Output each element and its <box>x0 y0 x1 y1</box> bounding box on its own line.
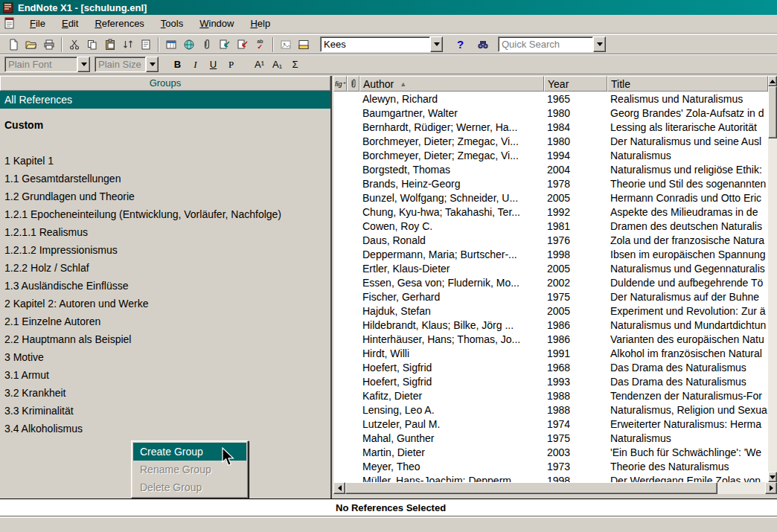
reference-row[interactable]: Fischer, Gerhard1975Der Naturalismus auf… <box>333 289 768 304</box>
down-arrow-icon <box>770 475 776 479</box>
open-library-button[interactable] <box>22 36 39 53</box>
column-header-year[interactable]: Year <box>544 76 607 92</box>
scroll-up-button[interactable] <box>768 76 777 86</box>
menu-edit[interactable]: Edit <box>54 15 86 33</box>
reference-row[interactable]: Daus, Ronald1976Zola und der franzosisch… <box>333 233 768 247</box>
symbol-button[interactable]: Σ <box>287 57 304 73</box>
scroll-right-button[interactable] <box>765 482 777 494</box>
column-header-attachment[interactable] <box>347 76 359 92</box>
reference-row[interactable]: Lutzeler, Paul M.1974Erweiterter Natural… <box>333 417 768 431</box>
reference-row[interactable]: Baumgartner, Walter1980Georg Brandes' Zo… <box>333 106 768 120</box>
reference-row[interactable]: Hirdt, Willi1991Alkohol im französischen… <box>333 346 768 360</box>
show-all-fields-button[interactable] <box>162 36 179 53</box>
reference-row[interactable]: Meyer, Theo1973Theorie des Naturalismus <box>333 459 768 473</box>
group-item[interactable]: 1.1 Gesamtdarstellungen <box>0 170 330 188</box>
cut-button[interactable] <box>65 36 83 53</box>
menu-references[interactable]: References <box>86 15 152 33</box>
reference-row[interactable]: Müller, Hans-Joachim; Depperm...1998Der … <box>333 473 768 482</box>
group-item[interactable]: 3.3 Kriminalität <box>0 402 330 420</box>
groups-panel-header: Groups <box>0 76 330 91</box>
menu-window[interactable]: Window <box>191 15 242 33</box>
reference-row[interactable]: Hajduk, Stefan2005Experiment und Revolut… <box>333 304 768 318</box>
group-all-references[interactable]: All References <box>0 91 330 109</box>
group-item[interactable]: 1.2 Grundlagen und Theorie <box>0 188 330 205</box>
online-search-button[interactable] <box>180 36 197 53</box>
show-preview-button[interactable] <box>295 36 312 53</box>
group-item[interactable]: 1.2.1 Epocheneinteilung (Entwicklung, Vo… <box>0 205 330 223</box>
group-item[interactable]: 1 Kapitel 1 <box>0 152 330 170</box>
reference-row[interactable]: Bunzel, Wolfgang; Schneider, U...2005Her… <box>333 190 768 205</box>
quick-search-combo[interactable]: Quick Search <box>498 36 606 52</box>
reference-row[interactable]: Borchmeyer, Dieter; Zmegac, Vi...1994Nat… <box>333 148 768 162</box>
menu-file[interactable]: File <box>22 15 54 33</box>
copy-formatted-button[interactable] <box>137 36 154 53</box>
group-item[interactable]: 2.2 Hauptmann als Beispiel <box>0 330 330 348</box>
group-item[interactable]: 2 Kapitel 2: Autoren und Werke <box>0 295 330 313</box>
group-item[interactable]: 1.2.2 Holz / Schlaf <box>0 259 330 277</box>
title-bar[interactable]: EndNote X1 - [schulung.enl] <box>0 0 777 15</box>
plain-text-button[interactable]: P <box>223 57 240 73</box>
reference-row[interactable]: Lensing, Leo A.1988Naturalismus, Religio… <box>333 403 768 417</box>
reference-row[interactable]: Deppermann, Maria; Burtscher-...1998Ibse… <box>333 247 768 261</box>
paste-button[interactable] <box>101 36 118 53</box>
italic-button[interactable]: I <box>187 57 204 73</box>
copy-button[interactable] <box>83 36 100 53</box>
format-bibliography-button[interactable] <box>234 36 251 53</box>
vertical-scrollbar[interactable] <box>768 76 777 482</box>
reference-row[interactable]: Hoefert, Sigfrid1993Das Drama des Natura… <box>333 374 768 388</box>
reference-row[interactable]: Bernhardt, Rüdiger; Werner, Ha...1984Les… <box>333 120 768 134</box>
context-menu-item-create-group[interactable]: Create Group <box>133 443 246 461</box>
window-status-bar <box>0 517 777 532</box>
menu-help[interactable]: Help <box>242 15 278 33</box>
group-item[interactable]: 1.2.1.2 Impressionismus <box>0 241 330 259</box>
subscript-button[interactable]: A₁ <box>269 57 286 73</box>
spell-check-button[interactable]: ab✓ <box>252 36 269 53</box>
new-reference-button[interactable] <box>4 36 22 53</box>
column-header-author[interactable]: Author ▲ <box>359 76 544 92</box>
reference-row[interactable]: Hinterhäuser, Hans; Thomas, Jo...1986Var… <box>333 332 768 346</box>
insert-citation-button[interactable] <box>216 36 233 53</box>
reference-row[interactable]: Hoefert, Sigfrid1968Das Drama des Natura… <box>333 360 768 374</box>
group-item[interactable]: 3.1 Armut <box>0 366 330 384</box>
reference-row[interactable]: Cowen, Roy C.1981Dramen des deutschen Na… <box>333 219 768 233</box>
reference-row[interactable]: Chung, Kyu-hwa; Takahashi, Ter...1992Asp… <box>333 205 768 219</box>
reference-row[interactable]: Martin, Dieter2003'Ein Buch für Schwächl… <box>333 445 768 459</box>
library-document-icon[interactable] <box>4 17 17 31</box>
group-item[interactable]: 3.4 Alkoholismus <box>0 420 330 438</box>
reference-style-combo[interactable]: Kees <box>320 36 443 52</box>
reference-row[interactable]: Alewyn, Richard1965Realismus und Natural… <box>333 92 768 106</box>
group-item[interactable]: 3 Motive <box>0 348 330 366</box>
horizontal-scrollbar[interactable] <box>333 482 777 494</box>
sort-button[interactable] <box>119 36 136 53</box>
superscript-button[interactable]: A¹ <box>251 57 268 73</box>
reference-row[interactable]: Mahal, Gunther1975Naturalismus <box>333 431 768 445</box>
chevron-down-icon[interactable] <box>430 36 443 52</box>
reference-row[interactable]: Ertler, Klaus-Dieter2005Naturalismus und… <box>333 261 768 275</box>
find-button[interactable] <box>474 36 491 53</box>
group-item[interactable]: 1.3 Ausländische Einflüsse <box>0 277 330 295</box>
insert-image-button[interactable] <box>277 36 294 53</box>
chevron-down-icon[interactable] <box>593 36 606 52</box>
scroll-left-button[interactable] <box>333 482 345 494</box>
horizontal-scroll-thumb[interactable] <box>345 482 717 494</box>
attach-file-button[interactable] <box>198 36 215 53</box>
column-header-title[interactable]: Title <box>607 76 768 92</box>
vertical-scroll-thumb[interactable] <box>768 86 777 138</box>
sort-ascending-icon: ▲ <box>400 80 406 88</box>
help-button[interactable]: ? <box>452 36 469 53</box>
reference-row[interactable]: Borchmeyer, Dieter; Zmegac, Vi...1980Der… <box>333 134 768 148</box>
underline-button[interactable]: U <box>205 57 222 73</box>
reference-row[interactable]: Kafitz, Dieter1988Tendenzen der Naturali… <box>333 388 768 403</box>
reference-row[interactable]: Brands, Heinz-Georg1978Theorie und Stil … <box>333 176 768 190</box>
column-header-figure[interactable]: fig⁺ <box>333 76 347 92</box>
scroll-down-button[interactable] <box>768 472 777 482</box>
menu-tools[interactable]: Tools <box>153 15 191 33</box>
group-item[interactable]: 2.1 Einzelne Autoren <box>0 313 330 330</box>
reference-row[interactable]: Essen, Gesa von; Fludernik, Mo...2002Dul… <box>333 275 768 289</box>
bold-button[interactable]: B <box>169 57 186 73</box>
group-item[interactable]: 1.2.1.1 Realismus <box>0 223 330 241</box>
reference-row[interactable]: Borgstedt, Thomas2004Naturalismus und re… <box>333 162 768 176</box>
reference-row[interactable]: Hildebrandt, Klaus; Bilke, Jörg ...1986N… <box>333 318 768 332</box>
print-button[interactable] <box>40 36 57 53</box>
group-item[interactable]: 3.2 Krankheit <box>0 384 330 402</box>
